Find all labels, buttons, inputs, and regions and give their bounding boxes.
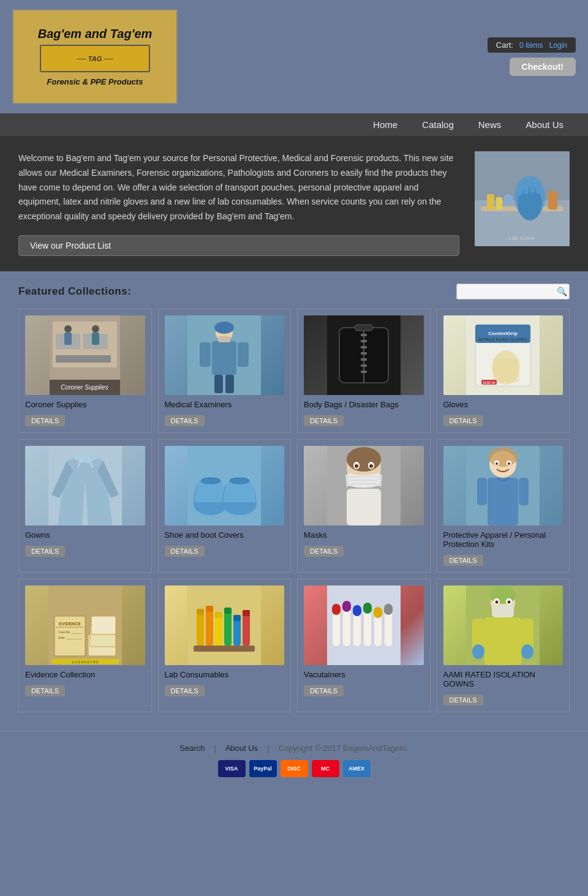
- cart-items-link[interactable]: 0 items: [519, 41, 543, 50]
- svg-rect-22: [92, 333, 99, 345]
- evidence-details-button[interactable]: DETAILS: [25, 685, 65, 696]
- svg-text:EVIDENCE: EVIDENCE: [59, 622, 81, 626]
- svg-rect-113: [342, 601, 351, 612]
- svg-rect-99: [215, 613, 222, 647]
- medical-label: Medical Examiners: [165, 400, 232, 409]
- svg-point-67: [355, 464, 358, 468]
- svg-rect-130: [492, 605, 514, 617]
- footer-search-link[interactable]: Search: [179, 744, 205, 753]
- collection-card-aami: AAMI RATED ISOLATION GOWNS DETAILS: [437, 579, 570, 712]
- svg-rect-91: [91, 616, 116, 634]
- svg-point-32: [214, 322, 234, 334]
- vacutainers-label: Vacutainers: [304, 670, 345, 679]
- svg-text:SIZE M: SIZE M: [483, 381, 495, 385]
- svg-rect-123: [375, 618, 381, 646]
- body-bags-details-button[interactable]: DETAILS: [304, 415, 344, 426]
- collection-card-vacutainers: Vacutainers DETAILS: [297, 579, 431, 712]
- svg-point-59: [201, 478, 221, 484]
- svg-rect-31: [225, 375, 234, 393]
- svg-rect-82: [519, 478, 529, 505]
- cart-bar: Cart: 0 items Login: [488, 37, 576, 53]
- svg-rect-114: [344, 612, 350, 646]
- svg-text:ComfortGrip: ComfortGrip: [488, 331, 518, 336]
- featured-header: Featured Collections: 🔍: [18, 284, 570, 299]
- svg-rect-95: [197, 610, 204, 647]
- collection-card-medical: Medical Examiners DETAILS: [158, 309, 292, 433]
- svg-rect-7: [530, 178, 535, 193]
- svg-rect-97: [206, 607, 213, 647]
- svg-rect-72: [347, 489, 381, 525]
- evidence-label: Evidence Collection: [25, 670, 95, 679]
- svg-rect-110: [332, 604, 341, 615]
- search-input[interactable]: [462, 287, 557, 296]
- svg-rect-18: [56, 355, 111, 363]
- collection-card-coroner: Coroner Supplies Coroner Supplies DETAIL…: [18, 309, 152, 433]
- evidence-image: EVIDENCE Case No: ______ Date: _________…: [25, 585, 145, 665]
- lab-label: Lab Consumables: [165, 670, 229, 679]
- featured-title: Featured Collections:: [18, 285, 131, 298]
- footer-about-link[interactable]: About Us: [225, 744, 258, 753]
- collection-card-body-bags: Body Bags / Disaster Bags DETAILS: [297, 309, 431, 433]
- login-link[interactable]: Login: [549, 41, 567, 50]
- gloves-details-button[interactable]: DETAILS: [443, 415, 483, 426]
- header: Bag'em and Tag'em ── TAG ── Forensic & P…: [0, 0, 588, 113]
- nav-home[interactable]: Home: [361, 113, 410, 136]
- svg-rect-38: [361, 340, 367, 342]
- svg-rect-119: [363, 603, 372, 614]
- nav-about-us[interactable]: About Us: [513, 113, 576, 136]
- intro-section: Welcome to Bag'em and Tag'em your source…: [0, 136, 588, 271]
- intro-lab-svg: Lab Scene: [475, 151, 570, 246]
- protective-details-button[interactable]: DETAILS: [443, 555, 483, 566]
- mastercard-icon: MC: [312, 760, 339, 777]
- search-button[interactable]: 🔍: [557, 287, 567, 296]
- footer-links: Search | About Us | Copyright © 2017 Bag…: [12, 744, 576, 753]
- svg-text:NITRILE EXAM GLOVES: NITRILE EXAM GLOVES: [479, 337, 528, 342]
- collections-grid: Coroner Supplies Coroner Supplies DETAIL…: [18, 309, 570, 712]
- search-box: 🔍: [456, 284, 570, 299]
- nav-news[interactable]: News: [466, 113, 514, 136]
- gowns-label: Gowns: [25, 530, 50, 540]
- svg-rect-125: [384, 604, 393, 615]
- view-product-list-button[interactable]: View our Product List: [18, 235, 459, 256]
- aami-label: AAMI RATED ISOLATION GOWNS: [443, 670, 564, 688]
- svg-rect-9: [487, 194, 494, 209]
- gloves-label: Gloves: [443, 400, 468, 409]
- shoe-covers-details-button[interactable]: DETAILS: [165, 546, 205, 557]
- coroner-details-button[interactable]: DETAILS: [25, 415, 65, 426]
- svg-point-132: [496, 600, 499, 603]
- svg-rect-44: [355, 325, 373, 331]
- svg-point-64: [347, 447, 381, 472]
- svg-text:Case No: ______: Case No: ______: [58, 630, 81, 634]
- logo-tag-graphic: ── TAG ──: [40, 45, 150, 72]
- discover-icon: DISC: [281, 760, 308, 777]
- svg-point-61: [230, 478, 249, 484]
- gloves-image: ComfortGrip NITRILE EXAM GLOVES SIZE M: [443, 315, 564, 395]
- payment-icons: VISA PayPal DISC MC AMEX: [12, 760, 576, 777]
- nav-catalog[interactable]: Catalog: [410, 113, 466, 136]
- vacutainers-details-button[interactable]: DETAILS: [304, 685, 344, 696]
- coroner-image: Coroner Supplies: [25, 315, 145, 395]
- masks-details-button[interactable]: DETAILS: [304, 546, 344, 557]
- svg-point-11: [503, 194, 513, 204]
- medical-image: [165, 315, 285, 395]
- svg-point-139: [521, 644, 533, 659]
- svg-rect-126: [385, 615, 391, 646]
- svg-rect-104: [233, 615, 241, 621]
- checkout-button[interactable]: Checkout!: [510, 58, 576, 76]
- svg-rect-105: [243, 611, 250, 647]
- intro-text: Welcome to Bag'em and Tag'em your source…: [18, 151, 459, 224]
- medical-details-button[interactable]: DETAILS: [165, 415, 205, 426]
- svg-rect-102: [224, 608, 232, 614]
- svg-rect-33: [218, 336, 230, 342]
- svg-rect-101: [224, 609, 232, 647]
- aami-details-button[interactable]: DETAILS: [443, 695, 483, 706]
- header-right: Cart: 0 items Login Checkout!: [488, 37, 576, 76]
- gowns-details-button[interactable]: DETAILS: [25, 546, 65, 557]
- paypal-icon: PayPal: [249, 760, 277, 777]
- svg-text:1  2  3  4  5  6  7  8  9: 1 2 3 4 5 6 7 8 9: [72, 660, 99, 664]
- svg-rect-96: [197, 609, 204, 615]
- svg-rect-107: [194, 646, 255, 652]
- svg-point-21: [92, 325, 99, 333]
- body-bags-label: Body Bags / Disaster Bags: [304, 400, 399, 409]
- lab-details-button[interactable]: DETAILS: [165, 685, 205, 696]
